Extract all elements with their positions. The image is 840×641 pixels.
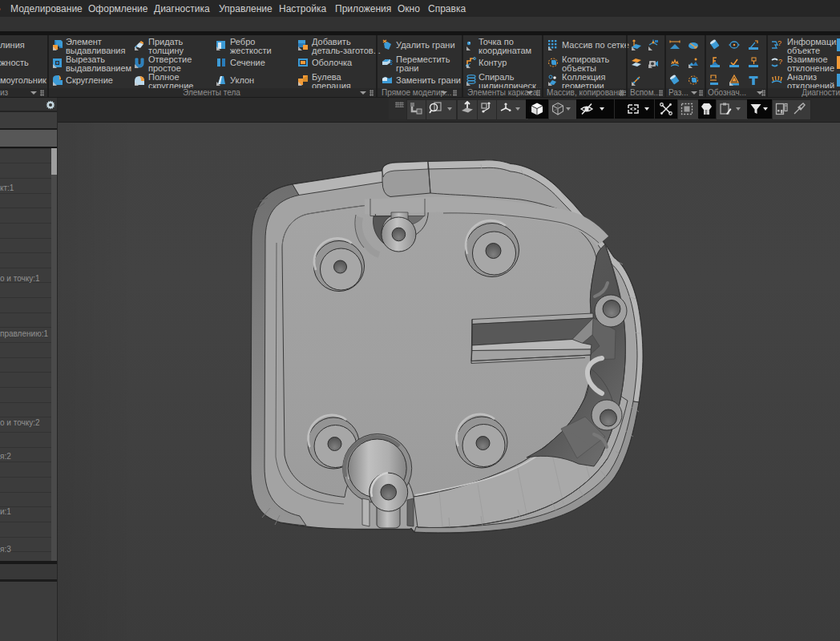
svg-text:?: ? bbox=[777, 39, 781, 47]
svg-text:?: ? bbox=[778, 58, 782, 66]
